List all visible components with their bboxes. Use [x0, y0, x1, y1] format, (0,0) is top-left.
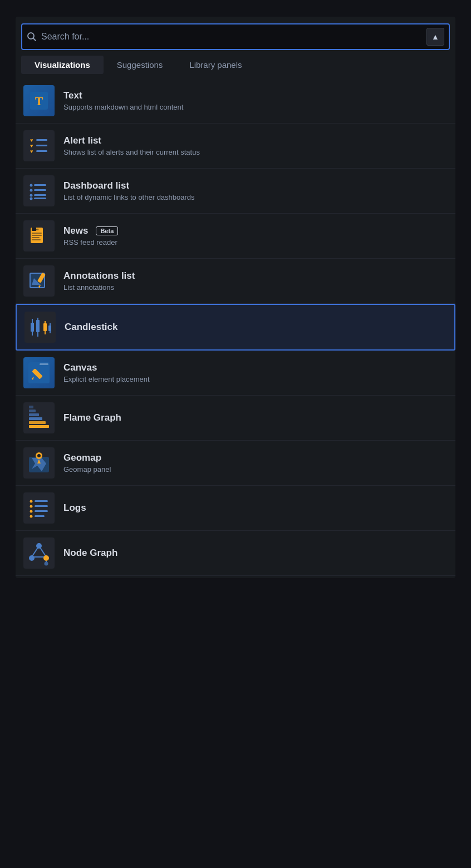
svg-rect-17	[34, 198, 46, 199]
svg-point-66	[45, 562, 48, 566]
svg-point-64	[29, 555, 35, 561]
visualization-picker: ▲ Visualizations Suggestions Library pan…	[16, 17, 455, 578]
viz-item-node-graph[interactable]: Node Graph	[16, 531, 455, 576]
svg-rect-11	[34, 184, 46, 186]
viz-desc-dashboard-list: List of dynamic links to other dashboard…	[63, 193, 195, 201]
viz-item-annotations-list[interactable]: Annotations list List annotations	[16, 259, 455, 304]
viz-text-flame-graph: Flame Graph	[63, 412, 121, 423]
svg-rect-47	[29, 406, 33, 408]
viz-text-news: News Beta RSS feed reader	[63, 225, 118, 246]
tab-suggestions[interactable]: Suggestions	[104, 56, 176, 74]
search-input[interactable]	[41, 32, 422, 42]
viz-icon-dashboard	[23, 175, 55, 206]
svg-line-1	[33, 38, 36, 41]
viz-title-flame-graph: Flame Graph	[63, 412, 121, 423]
viz-icon-geomap	[23, 447, 55, 479]
collapse-button[interactable]: ▲	[426, 28, 444, 46]
svg-rect-22	[32, 235, 42, 236]
svg-point-12	[30, 189, 33, 192]
tab-library-panels[interactable]: Library panels	[176, 56, 255, 74]
tab-visualizations[interactable]: Visualizations	[21, 56, 104, 74]
svg-point-16	[30, 198, 33, 200]
viz-title-node-graph: Node Graph	[63, 548, 117, 559]
svg-rect-44	[29, 417, 42, 420]
svg-text:♥: ♥	[30, 149, 33, 154]
viz-desc-canvas: Explicit element placement	[63, 375, 150, 383]
viz-title-canvas: Canvas	[63, 362, 150, 373]
svg-text:♥: ♥	[30, 137, 33, 143]
viz-text-canvas: Canvas Explicit element placement	[63, 362, 150, 383]
viz-desc-text: Supports markdown and html content	[63, 103, 183, 111]
viz-desc-news: RSS feed reader	[63, 238, 118, 246]
viz-icon-annotations	[23, 265, 55, 297]
svg-rect-21	[32, 233, 42, 234]
svg-rect-37	[48, 326, 51, 331]
viz-icon-text: T	[23, 85, 55, 116]
viz-text-annotations-list: Annotations list List annotations	[63, 270, 135, 292]
viz-title-logs: Logs	[63, 502, 86, 514]
svg-text:T: T	[35, 94, 43, 108]
viz-item-flame-graph[interactable]: Flame Graph	[16, 396, 455, 441]
viz-text-text: Text Supports markdown and html content	[63, 90, 183, 111]
viz-title-annotations-list: Annotations list	[63, 270, 135, 282]
viz-desc-alert-list: Shows list of alerts and their current s…	[63, 148, 200, 156]
viz-icon-node-graph	[23, 537, 55, 569]
svg-rect-8	[36, 145, 47, 146]
viz-desc-annotations-list: List annotations	[63, 283, 135, 292]
svg-rect-35	[43, 323, 47, 331]
svg-point-10	[30, 184, 33, 187]
svg-rect-24	[32, 239, 41, 240]
svg-point-52	[30, 500, 33, 503]
viz-item-canvas[interactable]: Canvas Explicit element placement	[16, 351, 455, 396]
svg-rect-13	[34, 189, 46, 191]
beta-badge-news: Beta	[96, 226, 118, 235]
svg-rect-23	[32, 237, 40, 238]
search-bar: ▲	[21, 23, 450, 50]
viz-item-dashboard-list[interactable]: Dashboard list List of dynamic links to …	[16, 169, 455, 214]
viz-icon-candlestick	[24, 312, 56, 343]
viz-item-alert-list[interactable]: ♥ ♥ ♥ Alert list Shows list of alerts an…	[16, 124, 455, 169]
svg-rect-57	[35, 510, 48, 512]
svg-rect-15	[34, 194, 46, 196]
svg-rect-55	[35, 505, 48, 507]
svg-point-50	[37, 454, 41, 457]
visualization-list: T Text Supports markdown and html conten…	[16, 76, 455, 578]
viz-title-news: News Beta	[63, 225, 118, 236]
viz-icon-flame-graph	[23, 402, 55, 433]
svg-rect-59	[35, 515, 45, 517]
viz-item-candlestick[interactable]: Candlestick	[16, 304, 455, 351]
viz-item-geomap[interactable]: Geomap Geomap panel	[16, 441, 455, 486]
viz-title-geomap: Geomap	[63, 452, 111, 463]
svg-point-14	[30, 194, 33, 197]
viz-text-logs: Logs	[63, 502, 86, 514]
svg-rect-45	[29, 413, 39, 416]
svg-point-58	[30, 515, 33, 518]
search-icon	[27, 32, 37, 42]
viz-text-dashboard-list: Dashboard list List of dynamic links to …	[63, 180, 195, 201]
svg-point-63	[36, 543, 42, 549]
svg-rect-53	[35, 500, 48, 502]
viz-desc-geomap: Geomap panel	[63, 465, 111, 474]
svg-rect-43	[29, 421, 46, 424]
svg-rect-9	[36, 150, 47, 152]
viz-text-candlestick: Candlestick	[65, 322, 117, 333]
viz-item-news[interactable]: news News Beta RSS feed reader	[16, 214, 455, 259]
svg-text:news: news	[32, 228, 39, 231]
svg-rect-41	[40, 363, 48, 365]
viz-icon-logs	[23, 492, 55, 524]
svg-rect-46	[29, 410, 36, 412]
viz-item-logs[interactable]: Logs	[16, 486, 455, 531]
viz-icon-alert: ♥ ♥ ♥	[23, 130, 55, 161]
viz-item-text[interactable]: T Text Supports markdown and html conten…	[16, 78, 455, 124]
tabs-row: Visualizations Suggestions Library panel…	[16, 56, 455, 74]
viz-icon-canvas	[23, 357, 55, 388]
viz-text-geomap: Geomap Geomap panel	[63, 452, 111, 474]
viz-title-alert-list: Alert list	[63, 135, 200, 146]
svg-rect-33	[36, 320, 40, 332]
svg-text:♥: ♥	[30, 143, 33, 149]
svg-rect-7	[36, 139, 47, 141]
viz-icon-news: news	[23, 220, 55, 251]
viz-text-alert-list: Alert list Shows list of alerts and thei…	[63, 135, 200, 156]
svg-point-54	[30, 505, 33, 508]
svg-point-56	[30, 510, 33, 513]
